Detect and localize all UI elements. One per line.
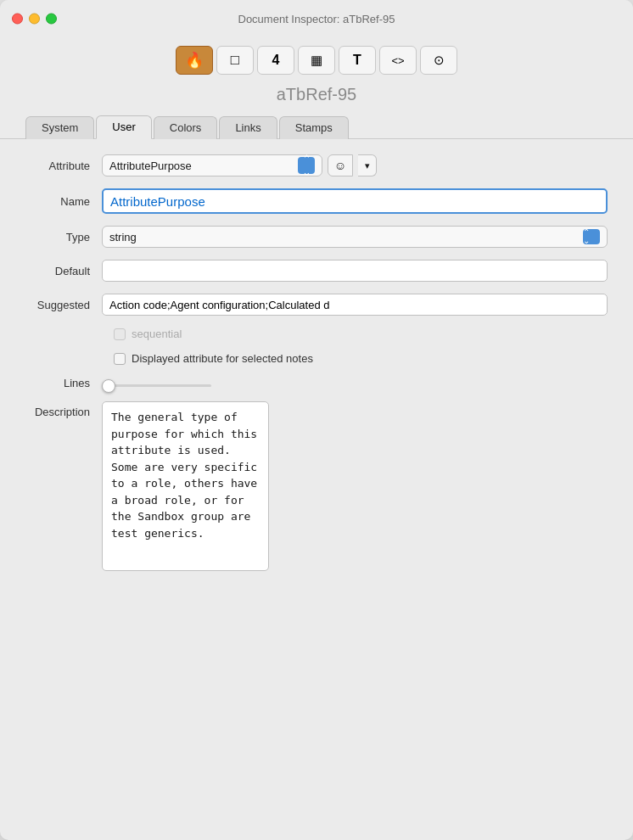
lines-row: Lines bbox=[25, 377, 608, 389]
toolbar-table-button[interactable]: ▦ bbox=[298, 46, 335, 75]
toolbar-document-button[interactable]: □ bbox=[216, 46, 254, 75]
attribute-value: AttributePurpose bbox=[109, 160, 192, 172]
tab-system[interactable]: System bbox=[25, 116, 94, 139]
traffic-lights bbox=[12, 14, 57, 25]
description-textarea[interactable]: The general type of purpose for which th… bbox=[102, 401, 269, 571]
toolbar-flame-button[interactable]: 🔥 bbox=[176, 46, 213, 75]
type-select-arrow: ⌃⌄ bbox=[583, 229, 600, 244]
suggested-label: Suggested bbox=[25, 299, 102, 311]
title-bar: Document Inspector: aTbRef-95 bbox=[0, 0, 633, 37]
type-row: Type string ⌃⌄ bbox=[25, 226, 608, 248]
displayed-row: Displayed attribute for selected notes bbox=[25, 352, 608, 365]
tabs: System User Colors Links Stamps bbox=[0, 115, 633, 139]
name-control bbox=[102, 188, 608, 214]
lines-control bbox=[102, 377, 608, 389]
close-button[interactable] bbox=[12, 14, 23, 25]
lines-label: Lines bbox=[25, 377, 102, 389]
toolbar-text-button[interactable]: T bbox=[339, 46, 376, 75]
attribute-select-arrow: ⌃⌄ bbox=[298, 157, 315, 174]
minimize-button[interactable] bbox=[29, 14, 40, 25]
displayed-label: Displayed attribute for selected notes bbox=[132, 352, 313, 365]
toolbar-more-button[interactable]: ⊙ bbox=[420, 46, 457, 75]
suggested-control bbox=[102, 294, 608, 316]
description-row: Description The general type of purpose … bbox=[25, 401, 608, 574]
form-content: Attribute AttributePurpose ⌃⌄ ☺ ▾ Name T… bbox=[0, 139, 633, 840]
window-title: Document Inspector: aTbRef-95 bbox=[238, 13, 395, 25]
attribute-smiley-button[interactable]: ☺ bbox=[328, 154, 353, 176]
tab-links[interactable]: Links bbox=[219, 116, 277, 139]
document-title: aTbRef-95 bbox=[277, 85, 357, 104]
attribute-row: Attribute AttributePurpose ⌃⌄ ☺ ▾ bbox=[25, 154, 608, 176]
default-label: Default bbox=[25, 265, 102, 277]
type-select[interactable]: string ⌃⌄ bbox=[102, 226, 608, 248]
tab-user[interactable]: User bbox=[96, 115, 151, 139]
name-input[interactable] bbox=[102, 188, 608, 214]
attribute-label: Attribute bbox=[25, 160, 102, 172]
tab-colors[interactable]: Colors bbox=[154, 116, 218, 139]
toolbar-number-button[interactable]: 4 bbox=[257, 46, 294, 75]
description-label: Description bbox=[25, 401, 102, 418]
default-control bbox=[102, 260, 608, 282]
sequential-checkbox[interactable] bbox=[114, 328, 126, 340]
displayed-checkbox[interactable] bbox=[114, 353, 126, 365]
tab-stamps[interactable]: Stamps bbox=[279, 116, 349, 139]
name-row: Name bbox=[25, 188, 608, 214]
window: Document Inspector: aTbRef-95 🔥 □ 4 ▦ T … bbox=[0, 0, 633, 840]
toolbar: 🔥 □ 4 ▦ T <> ⊙ bbox=[176, 37, 457, 85]
sequential-label: sequential bbox=[132, 328, 182, 340]
attribute-dropdown-button[interactable]: ▾ bbox=[358, 154, 377, 176]
sequential-row: sequential bbox=[25, 328, 608, 340]
default-input[interactable] bbox=[102, 260, 608, 282]
type-value: string bbox=[109, 231, 583, 244]
type-control: string ⌃⌄ bbox=[102, 226, 608, 248]
lines-slider[interactable] bbox=[102, 384, 211, 387]
suggested-input[interactable] bbox=[102, 294, 608, 316]
description-control: The general type of purpose for which th… bbox=[102, 401, 608, 574]
suggested-row: Suggested bbox=[25, 294, 608, 316]
name-label: Name bbox=[25, 195, 102, 208]
toolbar-code-button[interactable]: <> bbox=[379, 46, 417, 75]
maximize-button[interactable] bbox=[46, 14, 57, 25]
type-label: Type bbox=[25, 231, 102, 244]
default-row: Default bbox=[25, 260, 608, 282]
attribute-control: AttributePurpose ⌃⌄ ☺ ▾ bbox=[102, 154, 608, 176]
attribute-select[interactable]: AttributePurpose ⌃⌄ bbox=[102, 154, 322, 176]
